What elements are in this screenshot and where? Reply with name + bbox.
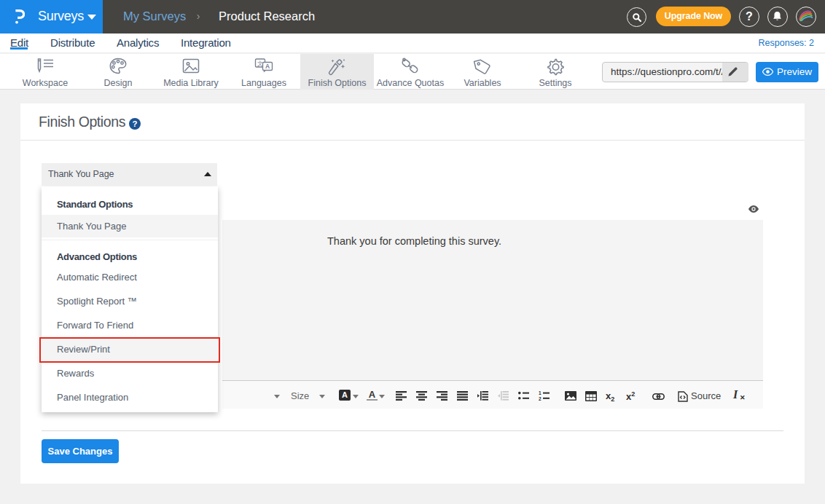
svg-text:A: A xyxy=(265,63,270,70)
svg-text:1: 1 xyxy=(539,391,541,395)
svg-text:2: 2 xyxy=(539,396,541,401)
svg-text:文: 文 xyxy=(257,60,263,67)
svg-text:?: ? xyxy=(132,119,137,128)
